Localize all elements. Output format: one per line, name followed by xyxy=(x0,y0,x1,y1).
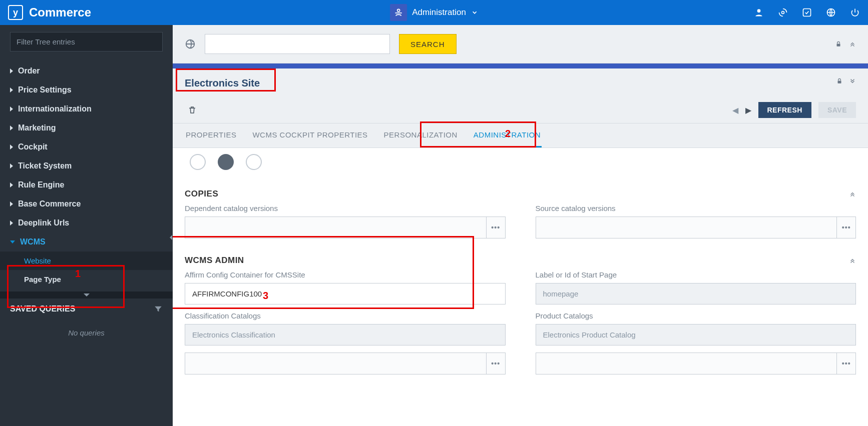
search-button[interactable]: SEARCH xyxy=(399,34,457,54)
filter-input[interactable] xyxy=(10,32,163,52)
chevron-up-double-icon[interactable] xyxy=(849,40,856,48)
delete-icon[interactable] xyxy=(188,106,197,114)
radio-option-selected[interactable] xyxy=(218,154,234,170)
detail-title: Electronics Site xyxy=(185,78,856,98)
tab-properties[interactable]: PROPERTIES xyxy=(185,124,237,148)
annotation-box-title xyxy=(176,68,276,92)
sidebar-item-label: Internationalization xyxy=(18,104,92,114)
radio-option[interactable] xyxy=(246,154,262,170)
divider-bar xyxy=(173,64,868,68)
svg-point-2 xyxy=(782,12,784,14)
field-label-dep-catalog: Dependent catalog versions xyxy=(185,204,506,212)
field-dep-catalog[interactable] xyxy=(185,216,487,238)
field-label-src-catalog: Source catalog versions xyxy=(536,204,856,212)
sidebar-item-label: Cockpit xyxy=(18,142,48,152)
prev-icon[interactable]: ◀ xyxy=(732,106,738,115)
searchbar: SEARCH xyxy=(173,25,868,64)
next-icon[interactable]: ▶ xyxy=(745,106,751,115)
chevron-left-icon xyxy=(170,235,172,240)
sidebar-item-label: WCMS xyxy=(20,238,46,246)
brand-title: Commerce xyxy=(29,6,91,20)
annotation-number-3: 3 xyxy=(263,290,268,302)
annotation-number-1: 1 xyxy=(75,268,81,280)
lock-icon[interactable] xyxy=(835,40,842,48)
no-queries-text: No queries xyxy=(0,320,173,346)
ellipsis-button[interactable]: ••• xyxy=(837,216,856,238)
sidebar-item-rule-engine[interactable]: Rule Engine xyxy=(0,176,173,194)
sidebar-item-label: Rule Engine xyxy=(18,180,64,190)
sidebar-item-ticket-system[interactable]: Ticket System xyxy=(0,156,173,176)
sidebar-item-cockpit[interactable]: Cockpit xyxy=(0,138,173,156)
chevron-right-icon xyxy=(10,68,13,74)
field-class-cat-extra[interactable] xyxy=(185,352,487,374)
content: COPIES Dependent catalog versions ••• So… xyxy=(173,148,868,426)
brand-logo-icon: y xyxy=(8,5,23,20)
sidebar-item-label: Deeplink Urls xyxy=(18,218,69,228)
refresh-button[interactable]: REFRESH xyxy=(758,102,811,118)
section-title-copies: COPIES xyxy=(185,189,218,199)
lock-icon[interactable] xyxy=(836,78,843,84)
sidebar-item-label: Ticket System xyxy=(18,162,72,170)
field-label-prod-cat: Product Catalogs xyxy=(536,312,856,320)
brand: y Commerce xyxy=(8,5,91,20)
field-prod-cat[interactable] xyxy=(536,324,856,346)
tab-wcms-cockpit[interactable]: WCMS COCKPIT PROPERTIES xyxy=(251,124,368,148)
chevron-down-icon xyxy=(471,9,478,16)
field-startpage[interactable] xyxy=(536,283,856,304)
chevron-down-icon xyxy=(10,240,15,244)
context-label: Administration xyxy=(412,8,466,18)
sidebar-item-marketing[interactable]: Marketing xyxy=(0,118,173,138)
chevron-right-icon xyxy=(10,202,13,206)
chevron-right-icon xyxy=(10,106,13,112)
sidebar-item-label: Marketing xyxy=(18,124,56,132)
sidebar-item-label: Website xyxy=(24,256,51,265)
radio-option[interactable] xyxy=(190,154,206,170)
ellipsis-button[interactable]: ••• xyxy=(487,216,506,238)
sidebar-item-order[interactable]: Order xyxy=(0,62,173,80)
annotation-number-2: 2 xyxy=(505,128,511,140)
radio-row xyxy=(185,154,856,179)
user-icon[interactable] xyxy=(754,8,764,18)
main: SEARCH Electronics Site ◀ xyxy=(173,25,868,426)
orbit-icon[interactable] xyxy=(778,8,788,18)
svg-rect-7 xyxy=(838,80,841,83)
chevron-up-double-icon[interactable] xyxy=(849,257,856,264)
locale-icon[interactable] xyxy=(185,38,196,50)
sidebar-item-deeplink-urls[interactable]: Deeplink Urls xyxy=(0,214,173,232)
chevron-right-icon xyxy=(10,164,13,168)
chevron-right-icon xyxy=(10,182,13,188)
svg-point-1 xyxy=(757,9,761,12)
check-box-icon[interactable] xyxy=(802,8,812,18)
power-icon[interactable] xyxy=(850,8,860,18)
field-class-cat[interactable] xyxy=(185,324,506,346)
chevron-up-double-icon[interactable] xyxy=(849,190,856,198)
detail-header: Electronics Site ◀ ▶ REFRESH SAVE xyxy=(173,68,868,124)
sidebar: Order Price Settings Internationalizatio… xyxy=(0,25,173,426)
field-src-catalog[interactable] xyxy=(536,216,837,238)
context-icon xyxy=(390,4,407,21)
field-label-class-cat: Classification Catalogs xyxy=(185,312,506,320)
topbar: y Commerce Administration xyxy=(0,0,868,25)
field-label-startpage: Label or Id of Start Page xyxy=(536,270,856,279)
ellipsis-button[interactable]: ••• xyxy=(487,352,506,374)
sidebar-item-wcms[interactable]: WCMS xyxy=(0,232,173,252)
save-button: SAVE xyxy=(818,102,856,118)
globe-icon[interactable] xyxy=(826,8,836,18)
sidebar-item-label: Price Settings xyxy=(18,86,72,94)
chevron-right-icon xyxy=(10,144,13,150)
chevron-down-double-icon[interactable] xyxy=(849,78,856,84)
context-selector[interactable]: Administration xyxy=(390,4,478,21)
svg-point-0 xyxy=(397,9,400,12)
ellipsis-button[interactable]: ••• xyxy=(837,352,856,374)
sidebar-item-label: Base Commerce xyxy=(18,200,81,208)
sidebar-item-label: Order xyxy=(18,66,40,76)
field-prod-cat-extra[interactable] xyxy=(536,352,837,374)
annotation-box-2 xyxy=(420,122,536,148)
chevron-right-icon xyxy=(10,126,13,130)
sidebar-item-base-commerce[interactable]: Base Commerce xyxy=(0,194,173,214)
search-input[interactable] xyxy=(205,34,390,54)
filter-icon[interactable] xyxy=(154,304,163,314)
sidebar-item-internationalization[interactable]: Internationalization xyxy=(0,100,173,118)
chevron-right-icon xyxy=(10,88,13,92)
sidebar-item-price-settings[interactable]: Price Settings xyxy=(0,80,173,100)
